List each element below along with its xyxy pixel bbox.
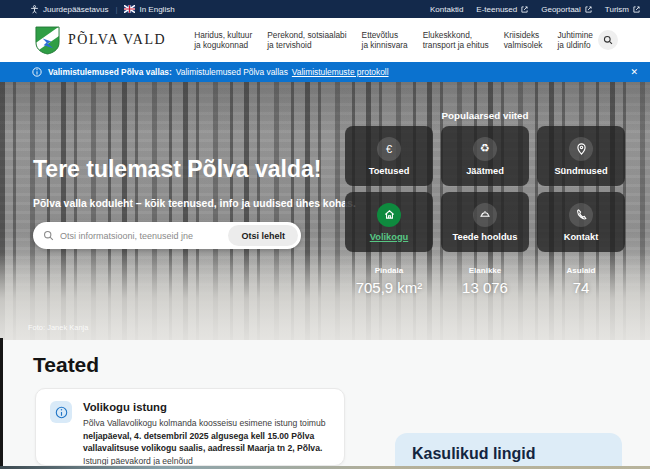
hero-subtitle: Põlva valla koduleht – kõik teenused, in… (33, 198, 356, 209)
topbar-link-label: Kontaktid (430, 5, 463, 14)
topbar-link-geoportaal[interactable]: Geoportaal (541, 5, 592, 14)
notice-content: Volikogu istung Põlva Vallavolikogu kolm… (83, 401, 330, 453)
notice-body-bold: neljapäeval, 4. detsembril 2025 algusega… (83, 431, 322, 454)
external-link-icon (633, 6, 640, 13)
stat-value: 705,9 km² (345, 279, 433, 296)
search-icon (603, 35, 613, 45)
stat-pindala: Pindala 705,9 km² (345, 266, 433, 296)
alert-text: Valimistulemused Põlva vallas (176, 67, 288, 77)
nav-item-haridus[interactable]: Haridus, kultuur ja kogukonnad (194, 30, 252, 51)
external-link-icon (521, 6, 528, 13)
notice-card-volikogu-istung[interactable]: Volikogu istung Põlva Vallavolikogu kolm… (35, 388, 345, 466)
nav-item-juhtimine[interactable]: Juhtimine ja üldinfo (557, 30, 593, 51)
hero-title: Tere tulemast Põlva valda! (33, 156, 321, 183)
notice-title: Volikogu istung (83, 401, 330, 413)
stat-label: Pindala (345, 266, 433, 275)
nav-label-line: Juhtimine (557, 30, 593, 41)
tile-jaatmed[interactable]: ♻ Jäätmed (441, 126, 529, 186)
topbar-link-label: Geoportaal (541, 5, 581, 14)
nav-item-perekond[interactable]: Perekond, sotsiaalabi ja tervishoid (267, 30, 346, 51)
accessibility-link[interactable]: Juurdepääsetavus (30, 5, 108, 14)
uk-flag-icon (124, 5, 135, 13)
language-switcher[interactable]: In English (124, 5, 174, 14)
site-name: PÕLVA VALD (68, 32, 166, 48)
location-pin-icon (569, 137, 593, 161)
notice-body-text: Põlva Vallavolikogu kolmanda koosseisu e… (83, 418, 326, 428)
euro-coin-icon: € (377, 137, 401, 161)
tile-label: Kontakt (564, 232, 599, 242)
stat-value: 13 076 (441, 279, 529, 296)
stat-label: Elanikke (441, 266, 529, 275)
nav-label-line: Ettevõtlus (362, 30, 408, 41)
quicklink-tiles: € Toetused ♻ Jäätmed Sündmused Volikogu (345, 126, 625, 252)
quicklinks-title: Populaarsed viited (345, 110, 625, 121)
stat-label: Asulaid (537, 266, 625, 275)
hero-search-bar: Otsi lehelt (33, 222, 301, 249)
nav-label-line: ja kinnisvara (362, 40, 408, 51)
window-edge-left (0, 338, 3, 469)
site-header: PÕLVA VALD Haridus, kultuur ja kogukonna… (0, 18, 650, 62)
tile-label: Toetused (369, 166, 410, 176)
alert-protocol-link[interactable]: Valimistulemuste protokoll (292, 67, 389, 77)
nav-label-line: Kriisideks (504, 30, 543, 41)
useful-links-panel: Kasulikud lingid (395, 433, 622, 469)
tile-label: Jäätmed (466, 166, 504, 176)
notice-body: Põlva Vallavolikogu kolmanda koosseisu e… (83, 417, 330, 466)
coat-of-arms-icon (35, 26, 60, 55)
nav-label-line: ja tervishoid (267, 40, 346, 51)
topbar-link-turism[interactable]: Turism (605, 5, 640, 14)
alert-close-icon[interactable]: ✕ (630, 67, 638, 77)
topbar-link-eteenused[interactable]: E-teenused (476, 5, 528, 14)
hero-section: Tere tulemast Põlva valda! Põlva valla k… (0, 82, 650, 340)
main-nav: Haridus, kultuur ja kogukonnad Perekond,… (194, 30, 593, 51)
tile-label: Teede hooldus (453, 232, 518, 242)
accessibility-icon (30, 5, 39, 14)
tile-kontakt[interactable]: Kontakt (537, 192, 625, 252)
tile-volikogu[interactable]: Volikogu (345, 192, 433, 252)
home-icon (377, 203, 401, 227)
alert-title: Valimistulemused Põlva vallas: (48, 67, 172, 77)
topbar-link-label: Turism (605, 5, 629, 14)
topbar-left: Juurdepääsetavus | In English (30, 5, 175, 14)
nav-label-line: Haridus, kultuur (194, 30, 252, 41)
stat-asulaid: Asulaid 74 (537, 266, 625, 296)
external-link-icon (585, 6, 592, 13)
search-icon (43, 230, 54, 241)
nav-label-line: transport ja ehitus (423, 40, 489, 51)
stat-elanikke: Elanikke 13 076 (441, 266, 529, 296)
tile-label: Volikogu (370, 232, 409, 242)
nav-item-elukeskkond[interactable]: Elukeskkond, transport ja ehitus (423, 30, 489, 51)
tile-toetused[interactable]: € Toetused (345, 126, 433, 186)
phone-icon (569, 203, 593, 227)
hero-search-button[interactable]: Otsi lehelt (228, 225, 298, 246)
alert-banner: Valimistulemused Põlva vallas: Valimistu… (0, 62, 650, 82)
tile-teede-hooldus[interactable]: Teede hooldus (441, 192, 529, 252)
topbar-link-label: E-teenused (476, 5, 517, 14)
topbar-right: Kontaktid E-teenused Geoportaal Turism (430, 5, 640, 14)
notice-body-text: Istungi päevakord ja eelnõud (83, 456, 193, 466)
nav-item-kriisideks[interactable]: Kriisideks valmisolek (504, 30, 543, 51)
nav-label-line: Perekond, sotsiaalabi (267, 30, 346, 41)
language-label: In English (139, 5, 174, 14)
accessibility-label: Juurdepääsetavus (43, 5, 108, 14)
nav-label-line: ja üldinfo (557, 40, 593, 51)
stat-value: 74 (537, 279, 625, 296)
nav-item-ettevotlus[interactable]: Ettevõtlus ja kinnisvara (362, 30, 408, 51)
site-logo[interactable]: PÕLVA VALD (35, 26, 166, 55)
recycle-icon: ♻ (473, 137, 497, 161)
nav-label-line: valmisolek (504, 40, 543, 51)
photo-credit: Foto: Janek Kanja (28, 323, 88, 332)
road-maintenance-icon (473, 203, 497, 227)
hero-search-input[interactable] (60, 231, 228, 241)
top-utility-bar: Juurdepääsetavus | In English Kontaktid … (0, 0, 650, 18)
teated-heading: Teated (33, 353, 99, 377)
notice-info-icon (50, 401, 72, 423)
tile-label: Sündmused (554, 166, 607, 176)
tile-sundmused[interactable]: Sündmused (537, 126, 625, 186)
header-search-button[interactable] (598, 30, 618, 50)
useful-links-heading: Kasulikud lingid (412, 445, 605, 463)
nav-label-line: ja kogukonnad (194, 40, 252, 51)
topbar-link-kontaktid[interactable]: Kontaktid (430, 5, 463, 14)
nav-label-line: Elukeskkond, (423, 30, 489, 41)
topbar-separator: | (115, 5, 117, 14)
